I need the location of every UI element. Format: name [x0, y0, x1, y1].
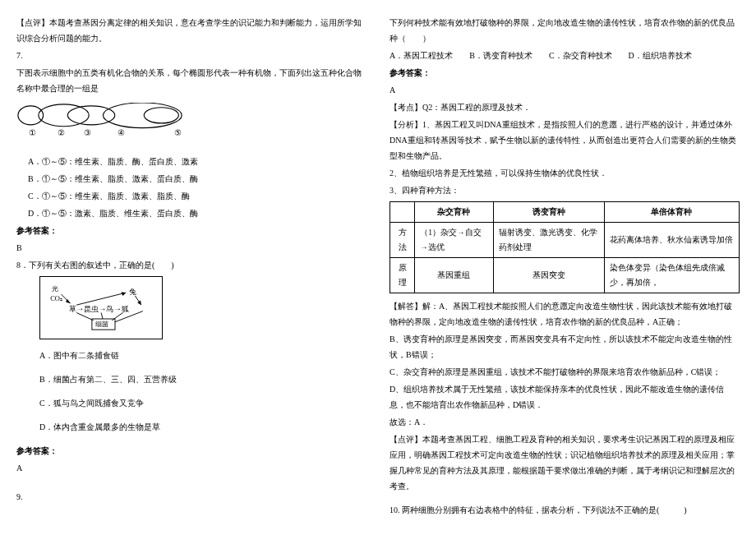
svg-marker-19	[137, 301, 141, 306]
th-blank	[390, 202, 415, 223]
q9-analysis-2: 2、植物组织培养是无性繁殖，可以保持生物体的优良性状．	[390, 165, 740, 181]
q7-number: 7.	[16, 48, 366, 63]
breeding-methods-table: 杂交育种 诱变育种 单倍体育种 方法 （1）杂交→自交→选优 辐射诱变、激光诱变…	[390, 201, 740, 293]
q9-keypoint: 【考点】Q2：基因工程的原理及技术．	[390, 99, 740, 115]
svg-text:细菌: 细菌	[95, 320, 108, 328]
q7-answer: B	[16, 240, 366, 256]
svg-text:④: ④	[118, 128, 125, 137]
q9-text: 下列何种技术能有效地打破物种的界限，定向地改造生物的遗传性状，培育农作物的新的优…	[390, 15, 740, 46]
q9-solution-c: C、杂交育种的原理是基因重组，该技术不能打破物种的界限来培育农作物新品种，C错误…	[390, 364, 740, 380]
svg-point-2	[67, 106, 114, 125]
q10-text: 10. 两种细胞分别拥有右边表格中的特征，据表分析，下列说法不正确的是( )	[390, 502, 740, 518]
q8-option-a: A．图中有二条捕食链	[39, 348, 366, 363]
q9-analysis-3: 3、四种育种方法：	[390, 182, 740, 198]
q9-solution-a: 【解答】解：A、基因工程技术能按照人们的意愿定向改造生物性状，因此该技术能有效地…	[390, 298, 740, 330]
r1c3: 辐射诱变、激光诱变、化学药剂处理	[493, 223, 604, 258]
q8-option-d: D．体内含重金属最多的生物是草	[39, 419, 366, 435]
svg-point-1	[39, 104, 89, 127]
q9-answer: A	[390, 82, 740, 98]
q9-analysis-1: 【分析】1、基因工程又叫DNA重组技术，是指按照人们的意愿，进行严格的设计，并通…	[390, 117, 740, 164]
r2c3: 基因突变	[493, 258, 604, 293]
q9-solution-final: 故选：A．	[390, 414, 740, 430]
th-mutation: 诱变育种	[493, 202, 604, 223]
q8-ref-label: 参考答案：	[16, 443, 366, 459]
svg-line-23	[101, 313, 103, 320]
q7-option-d: D．①～⑤：激素、脂质、维生素、蛋白质、酶	[28, 205, 366, 221]
svg-text:草→昆虫→鸟→狐: 草→昆虫→鸟→狐	[69, 305, 129, 313]
r1c1: 方法	[390, 223, 415, 258]
r2c4: 染色体变异（染色体组先成倍减少，再加倍，	[604, 258, 739, 293]
r1c2: （1）杂交→自交→选优	[415, 223, 493, 258]
q9-ref-label: 参考答案：	[390, 65, 740, 81]
svg-point-4	[144, 108, 178, 123]
th-haploid: 单倍体育种	[604, 202, 739, 223]
q9-options: A．基因工程技术 B．诱变育种技术 C．杂交育种技术 D．组织培养技术	[390, 48, 740, 63]
svg-text:②: ②	[58, 128, 65, 137]
svg-text:兔: 兔	[129, 288, 136, 296]
r2c1: 原理	[390, 258, 415, 293]
q7-ref-label: 参考答案：	[16, 223, 366, 238]
q7-option-c: C．①～⑤：维生素、脂质、激素、脂质、酶	[28, 188, 366, 204]
food-chain-diagram: 光 CO₂ 草→昆虫→鸟→狐 兔 细菌	[39, 276, 163, 339]
q7-option-a: A．①～⑤：维生素、脂质、酶、蛋白质、激素	[28, 154, 366, 169]
q8-option-c: C．狐与鸟之间既捕食又竞争	[39, 395, 366, 411]
q8-option-b: B．细菌占有第二、三、四、五营养级	[39, 371, 366, 387]
svg-text:CO₂: CO₂	[50, 294, 62, 302]
th-cross: 杂交育种	[415, 202, 493, 223]
q8-title: 8．下列有关右图的叙述中，正确的是( )	[16, 257, 366, 273]
svg-text:⑤: ⑤	[174, 128, 182, 137]
q7-text: 下图表示细胞中的五类有机化合物的关系，每个椭圆形代表一种有机物，下面列出这五种化…	[16, 65, 366, 96]
svg-text:光: 光	[52, 284, 58, 293]
q9-number: 9.	[16, 489, 366, 505]
r2c2: 基因重组	[415, 258, 493, 293]
svg-line-16	[76, 293, 126, 305]
svg-text:③: ③	[84, 128, 91, 137]
q9-solution-b: B、诱变育种的原理是基因突变，而基因突变具有不定向性，所以该技术不能定向改造生物…	[390, 331, 740, 362]
q8-answer: A	[16, 460, 366, 476]
svg-line-22	[76, 313, 94, 321]
ovals-diagram: ① ② ③ ④ ⑤	[16, 103, 205, 139]
svg-point-0	[18, 106, 44, 125]
q7-option-b: B．①～⑤：维生素、脂质、激素、蛋白质、酶	[28, 171, 366, 187]
r1c4: 花药离体培养、秋水仙素诱导加倍	[604, 223, 739, 258]
svg-text:①: ①	[29, 128, 36, 137]
q9-commentary: 【点评】本题考查基因工程、细胞工程及育种的相关知识，要求考生识记基因工程的原理及…	[390, 431, 740, 494]
q6-commentary: 【点评】本题考查基因分离定律的相关知识，意在考查学生的识记能力和判断能力，运用所…	[16, 15, 366, 46]
q9-solution-d: D、组织培养技术属于无性繁殖，该技术能保持亲本的优良性状，因此不能改造生物的遗传…	[390, 381, 740, 413]
